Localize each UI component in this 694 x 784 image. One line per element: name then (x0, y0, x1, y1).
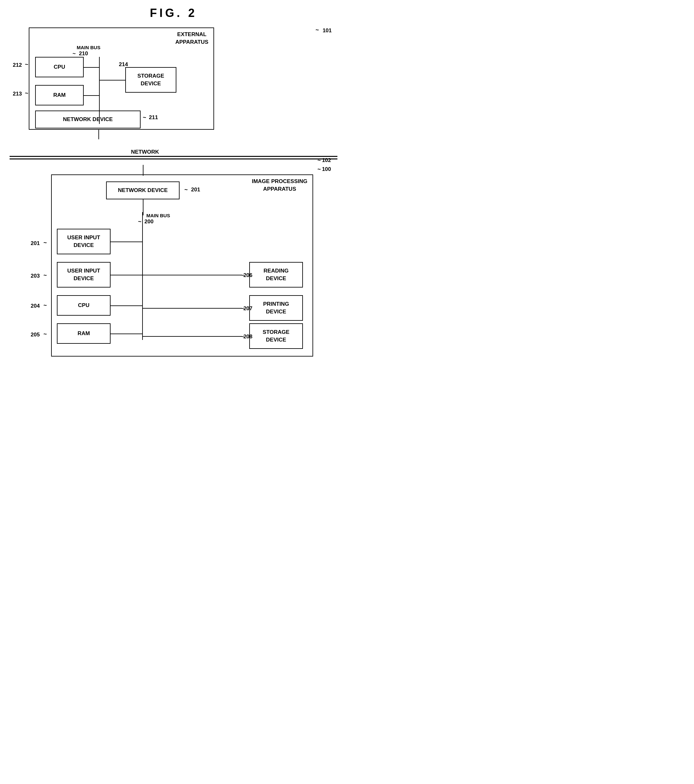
ref-212: 212 (13, 62, 22, 68)
uid1-box: USER INPUTDEVICE (57, 229, 110, 254)
ref-201-top: 201 (191, 186, 200, 193)
ram-box-bottom: RAM (57, 323, 110, 344)
ref-213-arrow: ~ (25, 90, 28, 97)
ref-100-row: ~ 100 (10, 165, 338, 175)
network-label: NETWORK (131, 149, 159, 155)
ref-200: 200 (144, 219, 153, 225)
ram-connector-top (84, 95, 99, 96)
ref-213: 213 (13, 91, 22, 97)
ref-200-tilde: ~ (138, 219, 142, 225)
cpu-connector-bottom (110, 305, 142, 306)
ref-212-arrow: ~ (25, 61, 28, 68)
ref-100-tilde: ~ (317, 166, 321, 173)
ref-101-label: 101 (323, 28, 332, 34)
ram-box-top: RAM (35, 85, 84, 105)
reading-box: READINGDEVICE (249, 262, 303, 288)
storage-box-bottom: STORAGEDEVICE (249, 323, 303, 349)
ref-203: 203 (31, 273, 40, 279)
image-processing-box: IMAGE PROCESSINGAPPARATUS NETWORK DEVICE… (51, 175, 313, 357)
ref-206: 206 (244, 272, 252, 278)
network-section: NETWORK ~ 102 (10, 149, 338, 165)
cpu-box-bottom: CPU (57, 295, 110, 316)
network-box-top: NETWORK DEVICE (35, 110, 140, 128)
main-bus-label-bottom: MAIN BUS (146, 213, 170, 218)
cpu-connector-top (84, 67, 99, 68)
ref-210-tilde: ~ (73, 51, 76, 57)
ref-205-tilde: ~ (43, 331, 47, 338)
ref-211-tilde: ~ (143, 114, 146, 121)
network-box-bottom: NETWORK DEVICE (106, 181, 180, 199)
ref-207: 207 (244, 305, 252, 312)
nd-to-bus-vert (143, 199, 143, 215)
ref-102-label: 102 (322, 157, 331, 163)
ref-208: 208 (244, 334, 252, 340)
ref-201-left: 201 (31, 240, 40, 247)
uid1-connector (110, 242, 142, 242)
ref-100-label: 100 (322, 166, 331, 173)
ref-203-tilde: ~ (43, 272, 47, 279)
ref-204-tilde: ~ (43, 302, 47, 309)
ref-201-left-tilde: ~ (43, 240, 47, 246)
cpu-box-top: CPU (35, 57, 84, 77)
uid2-box: USER INPUTDEVICE (57, 262, 110, 288)
external-apparatus-label: EXTERNALAPPARATUS (175, 31, 208, 46)
ram-connector-bottom (110, 334, 142, 334)
printing-box: PRINTINGDEVICE (249, 295, 303, 321)
main-bus-label-top: MAIN BUS (77, 45, 101, 50)
ref-204: 204 (31, 303, 40, 309)
image-processing-section: IMAGE PROCESSINGAPPARATUS NETWORK DEVICE… (10, 175, 338, 357)
vert-from-network (143, 165, 143, 176)
uid2-connector (110, 275, 142, 275)
network-line-upper (10, 156, 338, 157)
storage-connector-top (100, 80, 125, 81)
storage-connector-bottom (143, 336, 242, 337)
reading-connector (143, 275, 242, 275)
bus-to-network-line (99, 130, 99, 139)
external-apparatus-box: EXTERNALAPPARATUS MAIN BUS ~ 210 212 ~ C… (29, 28, 214, 130)
bus-line-bottom (142, 212, 143, 340)
printing-connector (143, 308, 242, 309)
page-title: FIG. 2 (10, 7, 338, 20)
ref-101-tilde: ~ (315, 27, 319, 33)
ref-214: 214 (119, 61, 128, 68)
ref-211: 211 (149, 114, 158, 121)
ref-201-tilde-top: ~ (185, 186, 188, 193)
image-processing-label: IMAGE PROCESSINGAPPARATUS (252, 178, 307, 193)
diagram-container: FIG. 2 101 ~ EXTERNALAPPARATUS MAIN BUS … (10, 7, 338, 357)
network-line-lower (10, 158, 338, 160)
ref-210: 210 (79, 51, 88, 57)
storage-box-top: STORAGEDEVICE (125, 67, 176, 93)
ref-205: 205 (31, 332, 40, 338)
